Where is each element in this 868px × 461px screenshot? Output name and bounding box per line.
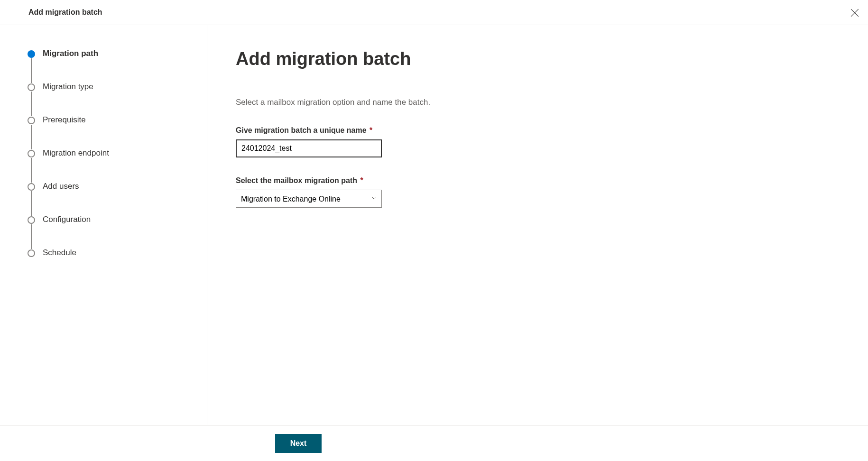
required-indicator: *	[360, 176, 363, 184]
page-subtitle: Select a mailbox migration option and na…	[236, 98, 840, 107]
wizard-sidebar: Migration path Migration type Prerequisi…	[0, 25, 207, 425]
dialog-body: Migration path Migration type Prerequisi…	[0, 25, 868, 425]
step-schedule[interactable]: Schedule	[28, 248, 207, 258]
required-indicator: *	[369, 126, 372, 134]
step-label: Schedule	[43, 248, 76, 258]
step-marker-icon	[28, 249, 35, 257]
step-label: Configuration	[43, 215, 91, 224]
step-label: Migration endpoint	[43, 148, 109, 158]
dialog-title: Add migration batch	[28, 8, 102, 17]
step-marker-icon	[28, 183, 35, 191]
step-label: Prerequisite	[43, 115, 86, 125]
batch-name-input[interactable]	[236, 139, 382, 157]
step-connector	[31, 224, 32, 249]
step-label: Add users	[43, 182, 79, 191]
migration-path-select-wrapper: Migration to Exchange Online	[236, 190, 382, 208]
batch-name-group: Give migration batch a unique name *	[236, 126, 840, 157]
step-marker-icon	[28, 150, 35, 157]
step-prerequisite[interactable]: Prerequisite	[28, 115, 207, 148]
migration-path-group: Select the mailbox migration path * Migr…	[236, 176, 840, 208]
step-label: Migration path	[43, 49, 98, 58]
step-marker-icon	[28, 117, 35, 124]
main-content: Add migration batch Select a mailbox mig…	[207, 25, 868, 425]
step-label: Migration type	[43, 82, 93, 92]
close-button[interactable]	[848, 7, 861, 20]
step-connector	[31, 158, 32, 183]
migration-path-select[interactable]: Migration to Exchange Online	[236, 190, 382, 208]
step-configuration[interactable]: Configuration	[28, 215, 207, 248]
step-list: Migration path Migration type Prerequisi…	[28, 49, 207, 258]
migration-path-label: Select the mailbox migration path *	[236, 176, 840, 185]
next-button[interactable]: Next	[275, 434, 322, 453]
close-icon	[850, 9, 859, 18]
step-migration-endpoint[interactable]: Migration endpoint	[28, 148, 207, 182]
step-add-users[interactable]: Add users	[28, 182, 207, 215]
page-title: Add migration batch	[236, 49, 840, 69]
batch-name-label: Give migration batch a unique name *	[236, 126, 840, 135]
dialog-header: Add migration batch	[0, 0, 868, 25]
step-marker-icon	[28, 83, 35, 91]
step-migration-path[interactable]: Migration path	[28, 49, 207, 82]
step-marker-icon	[28, 50, 35, 58]
step-connector	[31, 125, 32, 149]
step-connector	[31, 191, 32, 216]
step-migration-type[interactable]: Migration type	[28, 82, 207, 115]
dialog-footer: Next	[0, 425, 868, 461]
step-connector	[31, 92, 32, 116]
step-marker-icon	[28, 216, 35, 224]
step-connector	[31, 58, 32, 83]
